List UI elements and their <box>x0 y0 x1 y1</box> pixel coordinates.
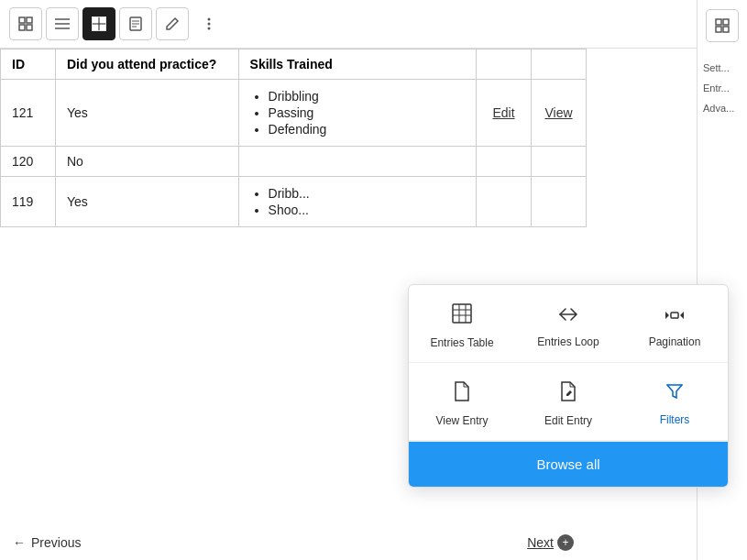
view-entry-icon <box>454 381 470 407</box>
sidebar-text-items: Sett... Entr... Adva... <box>698 59 747 117</box>
svg-point-18 <box>208 27 211 30</box>
toolbar-edit-btn[interactable] <box>156 7 189 40</box>
cell-view[interactable]: View <box>531 80 586 147</box>
svg-rect-2 <box>19 25 25 30</box>
sidebar-item-settings[interactable]: Sett... <box>698 59 747 77</box>
popup-grid: Entries Table Entries Loop Pagination Vi… <box>409 285 728 441</box>
popup-pagination[interactable]: Pagination <box>621 285 728 363</box>
popup-view-entry-label: View Entry <box>435 414 488 427</box>
svg-rect-0 <box>19 17 25 23</box>
edit-link[interactable]: Edit <box>492 105 514 120</box>
svg-rect-30 <box>671 313 678 318</box>
svg-rect-7 <box>93 17 98 23</box>
toolbar-more-btn[interactable] <box>192 7 225 40</box>
entries-loop-icon <box>558 304 578 328</box>
table-row: 121 Yes Dribbling Passing Defending Edit… <box>1 80 587 147</box>
svg-rect-1 <box>27 17 32 23</box>
view-link[interactable]: View <box>544 105 572 120</box>
col-header-edit <box>477 49 532 80</box>
previous-label: Previous <box>31 535 81 550</box>
svg-rect-19 <box>716 19 721 25</box>
col-header-attend: Did you attend practice? <box>55 49 238 80</box>
cell-edit[interactable] <box>477 177 532 227</box>
cell-attended: Yes <box>55 177 238 227</box>
svg-rect-3 <box>27 25 32 30</box>
svg-rect-22 <box>723 27 729 32</box>
svg-rect-10 <box>100 25 105 30</box>
toolbar-doc-btn[interactable] <box>119 7 152 40</box>
sidebar-icon-btn[interactable] <box>706 9 739 42</box>
popup-pagination-label: Pagination <box>649 335 701 348</box>
svg-rect-9 <box>93 25 98 30</box>
col-header-view <box>531 49 586 80</box>
cell-id: 120 <box>1 147 56 177</box>
cell-view[interactable] <box>531 147 586 177</box>
svg-point-16 <box>208 18 211 21</box>
cell-skills: Dribbling Passing Defending <box>238 80 476 147</box>
svg-point-17 <box>208 23 211 26</box>
cell-attended: Yes <box>55 80 238 147</box>
cell-attended: No <box>55 147 238 177</box>
next-label: Next <box>527 535 554 550</box>
toolbar <box>0 0 697 49</box>
svg-rect-8 <box>100 17 105 23</box>
cell-id: 119 <box>1 177 56 227</box>
entries-table-icon <box>452 303 472 329</box>
svg-rect-20 <box>723 19 729 25</box>
svg-marker-28 <box>665 312 669 319</box>
col-header-skills: Skills Trained <box>238 49 476 80</box>
previous-button[interactable]: ← Previous <box>13 535 81 550</box>
popup-entries-table-label: Entries Table <box>430 336 493 349</box>
popup-entries-table[interactable]: Entries Table <box>409 285 515 363</box>
arrow-left-icon: ← <box>13 535 26 550</box>
svg-marker-29 <box>680 312 684 319</box>
toolbar-table-btn[interactable] <box>9 7 42 40</box>
entries-table: ID Did you attend practice? Skills Train… <box>0 49 697 227</box>
popup-edit-entry-label: Edit Entry <box>544 414 592 427</box>
cell-view[interactable] <box>531 177 586 227</box>
toolbar-grid-btn[interactable] <box>82 7 115 40</box>
table-row: 120 No <box>1 147 587 177</box>
cell-id: 121 <box>1 80 56 147</box>
cell-skills: Dribb... Shoo... <box>238 177 476 227</box>
popup-view-entry[interactable]: View Entry <box>409 363 515 441</box>
popup-entries-loop[interactable]: Entries Loop <box>515 285 621 363</box>
popup-entries-loop-label: Entries Loop <box>537 335 599 348</box>
svg-rect-23 <box>453 304 471 323</box>
cell-edit[interactable] <box>477 147 532 177</box>
insert-popup: Entries Table Entries Loop Pagination Vi… <box>408 284 729 488</box>
next-button[interactable]: Next + <box>527 534 574 551</box>
cell-skills <box>238 147 476 177</box>
browse-all-button[interactable]: Browse all <box>409 442 728 487</box>
sidebar-item-entries[interactable]: Entr... <box>698 79 747 97</box>
popup-filters-label: Filters <box>660 413 690 426</box>
toolbar-list-btn[interactable] <box>46 7 79 40</box>
add-next-icon: + <box>557 534 574 551</box>
popup-filters[interactable]: Filters <box>621 363 728 441</box>
col-header-id: ID <box>1 49 56 80</box>
sidebar-item-advanced[interactable]: Adva... <box>698 99 747 117</box>
edit-entry-icon <box>560 381 577 407</box>
cell-edit[interactable]: Edit <box>477 80 532 147</box>
svg-rect-21 <box>716 27 721 32</box>
table-row: 119 Yes Dribb... Shoo... <box>1 177 587 227</box>
pagination-row: ← Previous Next + <box>0 525 587 560</box>
pagination-icon <box>665 304 685 328</box>
filters-icon <box>666 382 683 406</box>
popup-edit-entry[interactable]: Edit Entry <box>515 363 621 441</box>
